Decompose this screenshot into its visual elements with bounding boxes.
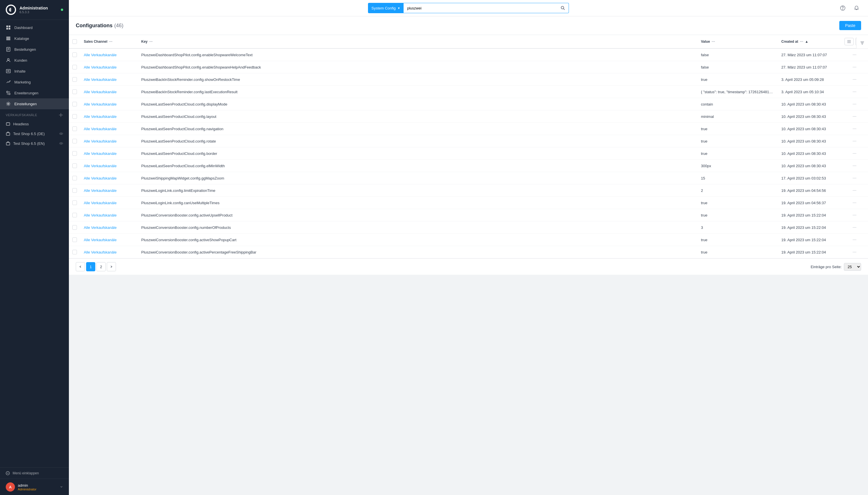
row-checkbox[interactable] (72, 102, 77, 106)
sidebar-item-dashboard[interactable]: Dashboard (0, 22, 69, 33)
sidebar-item-bestellungen[interactable]: Bestellungen (0, 44, 69, 55)
cell-key: PluszweiLoginLink.config.limitExpiration… (138, 184, 698, 197)
next-page-btn[interactable] (107, 262, 116, 271)
sidebar-item-test-shop-en[interactable]: Test Shop 6.5 (EN) (0, 138, 69, 148)
row-actions-btn[interactable]: ··· (851, 52, 857, 58)
cell-sales-channel: Alle Verkaufskanäle (80, 234, 138, 246)
sidebar-item-test-shop-de[interactable]: Test Shop 6.5 (DE) (0, 129, 69, 138)
column-options-icon-4[interactable]: ··· (800, 39, 803, 44)
cell-key: PluszweiConversionBooster.config.activeP… (138, 246, 698, 258)
row-actions-btn[interactable]: ··· (851, 212, 857, 218)
row-checkbox[interactable] (72, 201, 77, 205)
cell-value: 300px (698, 160, 778, 172)
sidebar-item-erweiterungen[interactable]: Erweiterungen (0, 87, 69, 98)
row-checkbox[interactable] (72, 188, 77, 193)
page-1-btn[interactable]: 1 (86, 262, 95, 271)
cell-sales-channel: Alle Verkaufskanäle (80, 221, 138, 234)
sidebar-item-marketing[interactable]: Marketing (0, 76, 69, 87)
row-actions-btn[interactable]: ··· (851, 101, 857, 107)
sidebar-item-kunden[interactable]: Kunden (0, 55, 69, 66)
th-sales-channel[interactable]: Sales Channel ··· (80, 35, 138, 49)
select-all-checkbox[interactable] (72, 39, 77, 44)
help-button[interactable] (838, 3, 847, 13)
row-checkbox[interactable] (72, 151, 77, 156)
sort-desc-icon: ▲ (805, 39, 808, 44)
dashboard-icon (6, 25, 11, 30)
column-visibility-btn[interactable] (845, 38, 854, 45)
th-value[interactable]: Value ··· (698, 35, 778, 49)
cell-created-at: 3. April 2023 um 05:10:34 (778, 86, 841, 98)
row-actions-btn[interactable]: ··· (851, 125, 857, 132)
row-checkbox[interactable] (72, 250, 77, 254)
row-actions-btn[interactable]: ··· (851, 76, 857, 83)
row-checkbox[interactable] (72, 52, 77, 57)
table-row: Alle Verkaufskanäle PluszweiConversionBo… (69, 221, 868, 234)
row-actions-btn[interactable]: ··· (851, 224, 857, 231)
table-row: Alle Verkaufskanäle PluszweiBackInStockR… (69, 73, 868, 86)
row-actions-btn[interactable]: ··· (851, 175, 857, 181)
svg-rect-14 (6, 69, 10, 73)
cell-value: 3 (698, 221, 778, 234)
row-actions-btn[interactable]: ··· (851, 150, 857, 157)
paste-button[interactable]: Paste (839, 21, 861, 30)
cell-created-at: 10. April 2023 um 08:30:43 (778, 160, 841, 172)
sidebar-item-label: Inhalte (14, 69, 26, 73)
row-checkbox[interactable] (72, 126, 77, 131)
eye-icon (59, 132, 63, 136)
row-checkbox[interactable] (72, 114, 77, 119)
user-name: admin (18, 483, 60, 488)
sidebar-item-einstellungen[interactable]: Einstellungen (0, 98, 69, 109)
row-checkbox[interactable] (72, 225, 77, 230)
search-input[interactable] (404, 3, 557, 13)
row-checkbox[interactable] (72, 176, 77, 181)
svg-point-1 (11, 10, 12, 10)
row-actions-btn[interactable]: ··· (851, 200, 857, 206)
sidebar-item-kataloge[interactable]: Kataloge (0, 33, 69, 44)
per-page-select[interactable]: 25 10 50 100 (844, 263, 861, 271)
row-checkbox[interactable] (72, 77, 77, 82)
inhalte-icon (6, 69, 11, 74)
row-actions-btn[interactable]: ··· (851, 163, 857, 169)
collapse-menu-btn[interactable]: Menü einklappen (6, 471, 39, 475)
cell-value: 2 (698, 184, 778, 197)
marketing-icon (6, 80, 11, 85)
add-sales-channel-btn[interactable] (59, 113, 63, 117)
th-created-at[interactable]: Created at ··· ▲ (778, 35, 841, 49)
column-options-icon-2[interactable]: ··· (149, 39, 153, 44)
notifications-button[interactable] (852, 3, 861, 13)
page-2-btn[interactable]: 2 (96, 262, 105, 271)
row-actions-btn[interactable]: ··· (851, 64, 857, 70)
column-options-icon-3[interactable]: ··· (711, 39, 715, 44)
filter-icon-btn[interactable] (856, 37, 868, 49)
row-checkbox[interactable] (72, 89, 77, 94)
row-actions-btn[interactable]: ··· (851, 89, 857, 95)
search-submit-button[interactable] (557, 3, 569, 13)
user-chevron-icon[interactable] (60, 485, 63, 489)
row-checkbox[interactable] (72, 237, 77, 242)
row-checkbox[interactable] (72, 213, 77, 217)
sidebar-item-label: Erweiterungen (14, 91, 38, 95)
cell-sales-channel: Alle Verkaufskanäle (80, 172, 138, 184)
th-key[interactable]: Key ··· (138, 35, 698, 49)
sidebar-item-inhalte[interactable]: Inhalte (0, 66, 69, 76)
row-checkbox[interactable] (72, 164, 77, 168)
row-checkbox[interactable] (72, 139, 77, 143)
row-actions-btn[interactable]: ··· (851, 113, 857, 120)
search-filter-button[interactable]: System Config ▼ (368, 3, 404, 13)
cell-sales-channel: Alle Verkaufskanäle (80, 73, 138, 86)
table-row: Alle Verkaufskanäle PluszweiDashboardSho… (69, 61, 868, 73)
table-row: Alle Verkaufskanäle PluszweiConversionBo… (69, 209, 868, 221)
row-actions-btn[interactable]: ··· (851, 187, 857, 193)
cell-created-at: 19. April 2023 um 15:22:04 (778, 209, 841, 221)
prev-page-btn[interactable] (76, 262, 85, 271)
row-actions-btn[interactable]: ··· (851, 138, 857, 144)
cell-sales-channel: Alle Verkaufskanäle (80, 184, 138, 197)
row-actions-btn[interactable]: ··· (851, 237, 857, 243)
column-options-icon[interactable]: ··· (109, 39, 113, 44)
title-count: (46) (114, 23, 124, 29)
cell-sales-channel: Alle Verkaufskanäle (80, 209, 138, 221)
sidebar-item-headless[interactable]: Headless (0, 119, 69, 129)
cell-key: PluszweiLoginLink.config.canUseMultipleT… (138, 197, 698, 209)
row-checkbox[interactable] (72, 65, 77, 69)
row-actions-btn[interactable]: ··· (851, 249, 857, 255)
